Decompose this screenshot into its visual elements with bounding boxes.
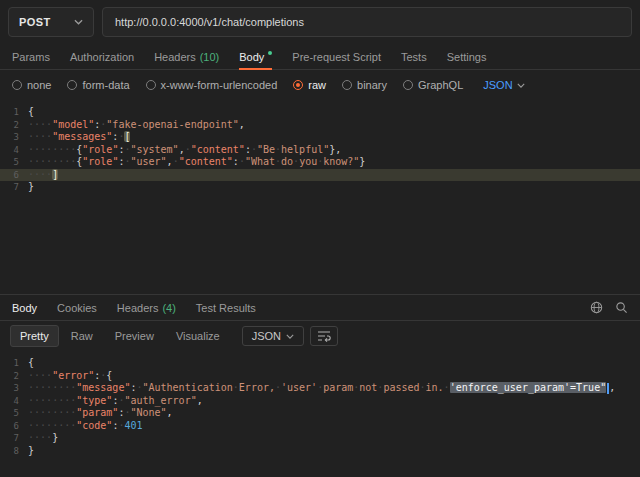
code-token: "content" <box>179 156 233 167</box>
code-token: ········ <box>28 382 76 393</box>
code-token: ···· <box>28 370 52 381</box>
view-visualize[interactable]: Visualize <box>166 325 230 347</box>
network-icon[interactable] <box>590 301 603 314</box>
url-text: http://0.0.0.0:4000/v1/chat/completions <box>115 16 304 28</box>
wrap-text-button[interactable] <box>310 326 338 346</box>
tab-count-badge: (4) <box>162 302 175 314</box>
body-type-binary[interactable]: binary <box>342 79 387 91</box>
code-token: "What·do·you·know?" <box>245 156 359 167</box>
tab-label: Body <box>239 51 264 63</box>
code-token: :· <box>245 144 257 155</box>
search-icon[interactable] <box>615 301 628 314</box>
code-line: 7} <box>0 181 640 194</box>
tab-headers[interactable]: Headers(4) <box>117 295 176 320</box>
code-token: "None" <box>130 407 166 418</box>
response-language-label: JSON <box>252 330 281 342</box>
response-toolbar: PrettyRawPreviewVisualize JSON <box>0 321 640 351</box>
line-number: 8 <box>0 445 28 458</box>
line-number: 5 <box>0 407 28 420</box>
tab-label: Params <box>12 51 50 63</box>
code-line: 4········{"role":·"system",·"content":·"… <box>0 144 640 157</box>
code-token: "message" <box>76 382 130 393</box>
line-number: 7 <box>0 432 28 445</box>
request-url-bar: POST http://0.0.0.0:4000/v1/chat/complet… <box>0 0 640 44</box>
code-token: , <box>609 382 615 393</box>
tab-label: Headers <box>154 51 196 63</box>
tab-label: Tests <box>401 51 427 63</box>
radio-label: x-www-form-urlencoded <box>161 79 278 91</box>
view-pretty[interactable]: Pretty <box>10 325 59 347</box>
code-token: }, <box>329 144 341 155</box>
code-line: 3········"message":·"Authentication·Erro… <box>0 382 640 395</box>
body-type-none[interactable]: none <box>12 79 51 91</box>
code-token: ···· <box>28 131 52 142</box>
tab-headers[interactable]: Headers(10) <box>154 44 219 69</box>
radio-icon <box>67 80 77 90</box>
code-token: :· <box>118 407 130 418</box>
code-token: , <box>239 119 245 130</box>
code-token: ···· <box>28 119 52 130</box>
radio-icon <box>403 80 413 90</box>
code-token: ········ <box>28 156 76 167</box>
code-token: :· <box>94 370 106 381</box>
code-line: 7····} <box>0 432 640 445</box>
view-raw[interactable]: Raw <box>61 325 103 347</box>
code-token: [ <box>124 131 130 142</box>
radio-icon <box>342 80 352 90</box>
tab-cookies[interactable]: Cookies <box>57 295 97 320</box>
code-token: "Be·helpful" <box>257 144 329 155</box>
request-code-editor[interactable]: 1{2····"model":·"fake-openai-endpoint",3… <box>0 100 640 294</box>
body-type-x-www-form-urlencoded[interactable]: x-www-form-urlencoded <box>146 79 278 91</box>
code-token: ········ <box>28 420 76 431</box>
code-token: "model" <box>52 119 94 130</box>
radio-icon <box>12 80 22 90</box>
view-preview[interactable]: Preview <box>105 325 164 347</box>
method-label: POST <box>19 16 51 28</box>
response-code-editor[interactable]: 1{2····"error":·{3········"message":·"Au… <box>0 351 640 475</box>
code-token: , <box>197 395 203 406</box>
radio-label: binary <box>357 79 387 91</box>
code-token: ········ <box>28 395 76 406</box>
tab-pre-request-script[interactable]: Pre-request Script <box>292 44 381 69</box>
raw-language-label: JSON <box>483 79 512 91</box>
code-line: 2····"model":·"fake-openai-endpoint", <box>0 119 640 132</box>
code-token: ,· <box>179 144 191 155</box>
chevron-down-icon <box>517 83 525 88</box>
radio-label: none <box>27 79 51 91</box>
code-line: 6····] <box>0 169 640 182</box>
body-type-options: noneform-datax-www-form-urlencodedrawbin… <box>0 70 640 100</box>
code-line: 5········{"role":·"user",·"content":·"Wh… <box>0 156 640 169</box>
tab-tests[interactable]: Tests <box>401 44 427 69</box>
body-type-form-data[interactable]: form-data <box>67 79 129 91</box>
code-line: 5········"param":·"None", <box>0 407 640 420</box>
line-number: 4 <box>0 144 28 157</box>
code-token: ···· <box>28 169 52 180</box>
code-token: "role" <box>82 156 118 167</box>
url-input[interactable]: http://0.0.0.0:4000/v1/chat/completions <box>102 7 632 37</box>
code-token: , <box>167 407 173 418</box>
code-token: :· <box>112 131 124 142</box>
code-token: ,· <box>167 156 179 167</box>
line-number: 6 <box>0 420 28 433</box>
code-line: 4········"type":·"auth_error", <box>0 395 640 408</box>
code-token: 401 <box>124 420 142 431</box>
code-token: "content" <box>191 144 245 155</box>
code-token: } <box>359 156 365 167</box>
code-token: "Authentication·Error,·'user'·param·not·… <box>143 382 450 393</box>
response-tabs: BodyCookiesHeaders(4)Test Results <box>0 295 640 321</box>
body-type-graphql[interactable]: GraphQL <box>403 79 463 91</box>
body-type-raw[interactable]: raw <box>293 79 326 91</box>
tab-settings[interactable]: Settings <box>447 44 487 69</box>
response-language-select[interactable]: JSON <box>242 326 304 346</box>
tab-params[interactable]: Params <box>12 44 50 69</box>
code-token: :· <box>112 420 124 431</box>
tab-test-results[interactable]: Test Results <box>196 295 256 320</box>
tab-body[interactable]: Body <box>239 44 272 69</box>
raw-language-select[interactable]: JSON <box>483 79 524 91</box>
tab-authorization[interactable]: Authorization <box>70 44 134 69</box>
code-token: 'enforce_user_param'=True" <box>450 382 607 393</box>
tab-label: Test Results <box>196 302 256 314</box>
tab-body[interactable]: Body <box>12 295 37 320</box>
code-token: :· <box>112 395 124 406</box>
method-select[interactable]: POST <box>8 7 94 37</box>
